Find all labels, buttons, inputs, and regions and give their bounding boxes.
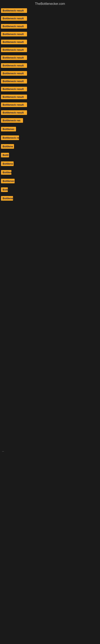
list-item: Bottleneck result	[1, 77, 100, 85]
bottleneck-badge[interactable]: Bottleneck re	[1, 136, 19, 140]
bottleneck-badge[interactable]: Bottlen	[1, 170, 11, 175]
bottleneck-badge[interactable]: Bottleneck result	[1, 71, 27, 76]
list-item: Bottleneck result	[1, 7, 100, 14]
bottleneck-badge[interactable]: Bottlene	[1, 196, 13, 201]
bottleneck-badge[interactable]: Bottlenec	[1, 127, 16, 132]
bottleneck-badge[interactable]: Bottl	[1, 153, 9, 158]
bottleneck-badge[interactable]: Bottleneck result	[1, 40, 27, 44]
bottleneck-badge[interactable]: Bottleneck result	[1, 48, 27, 52]
list-item: Bottleneck result	[1, 93, 100, 101]
bottleneck-badge[interactable]: Bottleneck	[1, 179, 15, 183]
list-item: Bottleneck	[1, 177, 100, 186]
bottleneck-badge[interactable]: Bottleneck result	[1, 55, 27, 60]
list-item: Bottleneck result	[1, 85, 100, 93]
list-item: Bottleneck result	[1, 54, 100, 62]
bottleneck-badge[interactable]: Bottleneck res	[1, 118, 23, 123]
bottleneck-list: Bottleneck result Bottleneck result Bott…	[0, 7, 100, 203]
list-item: Bottlene	[1, 142, 100, 151]
bottleneck-badge[interactable]: Bottleneck result	[1, 94, 27, 99]
bottleneck-badge[interactable]: Bottleneck result	[1, 63, 27, 68]
list-item: Bott	[1, 186, 100, 194]
ellipsis-section: ...	[1, 449, 4, 452]
list-item: Bottleneck res	[1, 116, 100, 125]
list-item: Bottleneck result	[1, 14, 100, 22]
list-item: Bottleneck result	[1, 38, 100, 46]
list-item: Bottleneck result	[1, 109, 100, 116]
list-item: Bottleneck result	[1, 62, 100, 70]
bottleneck-badge[interactable]: Bottleneck result	[1, 8, 27, 13]
list-item: Bottleneck result	[1, 46, 100, 54]
list-item: Bottlenec	[1, 125, 100, 134]
bottleneck-badge[interactable]: Bottleneck result	[1, 16, 27, 21]
bottleneck-badge[interactable]: Bottlene	[1, 162, 14, 166]
list-item: Bottlen	[1, 168, 100, 177]
site-title: TheBottlenecker.com	[0, 0, 100, 7]
bottleneck-badge[interactable]: Bottleneck result	[1, 79, 27, 84]
bottleneck-badge[interactable]: Bottleneck result	[1, 32, 27, 36]
bottleneck-badge[interactable]: Bottlene	[1, 144, 14, 149]
list-item: Bottleneck result	[1, 70, 100, 77]
bottleneck-badge[interactable]: Bottleneck result	[1, 24, 27, 28]
bottleneck-badge[interactable]: Bottleneck result	[1, 110, 27, 115]
list-item: Bottlene	[1, 160, 100, 168]
list-item: Bottl	[1, 151, 100, 160]
list-item: Bottleneck result	[1, 30, 100, 38]
bottleneck-badge[interactable]: Bott	[1, 187, 8, 192]
list-item: Bottleneck result	[1, 22, 100, 30]
list-item: Bottleneck result	[1, 101, 100, 109]
bottleneck-badge[interactable]: Bottleneck result	[1, 87, 27, 91]
list-item: Bottleneck re	[1, 134, 100, 142]
ellipsis-label: ...	[2, 448, 4, 453]
bottleneck-badge[interactable]: Bottleneck result	[1, 102, 27, 107]
list-item: Bottlene	[1, 194, 100, 203]
page-wrapper: TheBottlenecker.com Bottleneck result Bo…	[0, 0, 100, 203]
